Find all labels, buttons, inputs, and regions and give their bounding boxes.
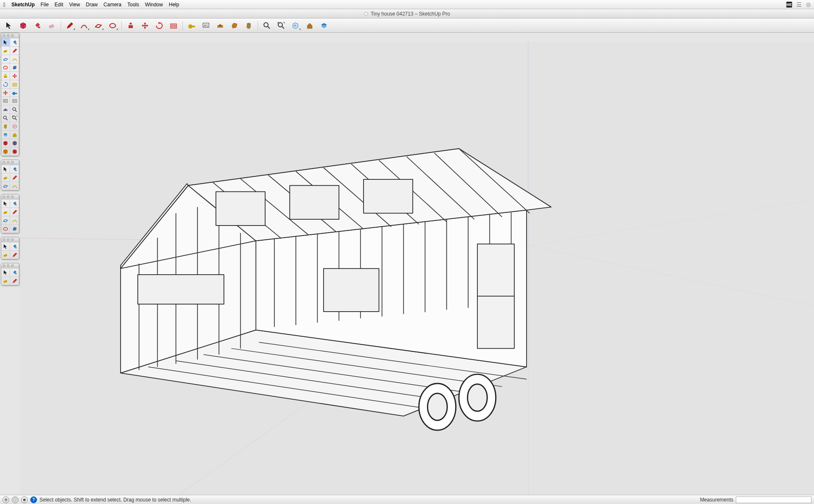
palette-tool[interactable] xyxy=(1,165,10,173)
palette-tool[interactable] xyxy=(10,208,19,216)
previous-view-tool[interactable]: ▼ xyxy=(289,20,302,31)
palette-tool[interactable] xyxy=(1,208,10,216)
palette-tool[interactable] xyxy=(10,165,19,173)
menu-draw[interactable]: Draw xyxy=(86,2,97,8)
layers-tool[interactable] xyxy=(318,20,330,31)
palette-tool[interactable] xyxy=(1,89,10,97)
palette-tool[interactable] xyxy=(1,72,10,80)
style-tool[interactable] xyxy=(303,20,316,31)
menu-view[interactable]: View xyxy=(69,2,80,8)
tape-measure-tool[interactable] xyxy=(185,20,198,31)
palette-close-icon[interactable] xyxy=(3,238,5,241)
palette-tool[interactable] xyxy=(1,268,10,277)
palette-tool[interactable] xyxy=(10,131,19,139)
pan-tool[interactable] xyxy=(242,20,255,31)
palette-tool[interactable] xyxy=(10,55,19,63)
arc-tool[interactable]: ▼ xyxy=(78,20,90,31)
eraser-tool[interactable] xyxy=(45,20,58,31)
palette-tool[interactable] xyxy=(1,147,10,156)
palette-tool[interactable] xyxy=(10,89,19,97)
palette-tool[interactable] xyxy=(1,55,10,63)
palette-tool[interactable] xyxy=(10,139,19,147)
palette-header[interactable] xyxy=(1,160,19,165)
line-tool[interactable]: ▼ xyxy=(63,20,76,31)
palette-zoom-icon[interactable] xyxy=(11,195,14,198)
palette-tool[interactable] xyxy=(10,200,19,208)
palette-tool[interactable] xyxy=(1,251,10,259)
make-component-tool[interactable] xyxy=(17,20,29,31)
app-name[interactable]: SketchUp xyxy=(11,2,34,8)
circle-tool[interactable]: ▼ xyxy=(106,20,119,31)
palette-tool[interactable]: A1 xyxy=(10,97,19,105)
palette-tool[interactable] xyxy=(10,277,19,285)
zoom-extents-tool[interactable] xyxy=(275,20,287,31)
menu-tools[interactable]: Tools xyxy=(127,2,139,8)
palette-tool[interactable] xyxy=(10,105,19,114)
palette-tool[interactable] xyxy=(1,47,10,55)
palette-zoom-icon[interactable] xyxy=(11,34,14,37)
palette-min-icon[interactable] xyxy=(7,238,10,241)
palette-header[interactable] xyxy=(1,237,19,242)
palette-solid-tools[interactable] xyxy=(1,160,19,191)
palette-close-icon[interactable] xyxy=(3,264,5,267)
palette-dynamic-components[interactable] xyxy=(1,237,19,260)
palette-sandbox[interactable] xyxy=(1,194,19,234)
menu-extra-badge-icon[interactable]: ME xyxy=(786,2,792,8)
palette-tool[interactable] xyxy=(10,182,19,190)
palette-min-icon[interactable] xyxy=(7,34,10,37)
palette-tool[interactable] xyxy=(10,80,19,89)
section-plane-tool[interactable] xyxy=(214,20,227,31)
palette-tool[interactable] xyxy=(1,225,10,233)
palette-large-tool-set[interactable]: A1A1 xyxy=(1,33,19,156)
rectangle-tool[interactable]: ▼ xyxy=(92,20,105,31)
palette-tool[interactable] xyxy=(10,216,19,225)
credits-icon[interactable]: ⓘ xyxy=(12,496,18,503)
palette-tool[interactable] xyxy=(10,242,19,251)
palette-tool[interactable] xyxy=(1,63,10,72)
geolocation-icon[interactable]: ⊕ xyxy=(3,496,9,503)
3d-viewport[interactable] xyxy=(20,42,814,495)
palette-tool[interactable]: A1 xyxy=(1,97,10,105)
palette-tool[interactable] xyxy=(1,216,10,225)
palette-close-icon[interactable] xyxy=(3,34,5,37)
palette-close-icon[interactable] xyxy=(3,195,5,198)
palette-min-icon[interactable] xyxy=(7,195,10,198)
document-proxy-icon[interactable] xyxy=(364,12,368,16)
palette-advanced-camera[interactable] xyxy=(1,263,19,286)
help-icon[interactable]: ? xyxy=(30,496,37,503)
palette-tool[interactable] xyxy=(1,242,10,251)
palette-zoom-icon[interactable] xyxy=(11,264,14,267)
palette-min-icon[interactable] xyxy=(7,264,10,267)
palette-tool[interactable] xyxy=(10,173,19,182)
palette-min-icon[interactable] xyxy=(7,161,10,164)
palette-tool[interactable] xyxy=(10,268,19,277)
palette-tool[interactable] xyxy=(10,122,19,131)
zoom-tool[interactable] xyxy=(261,20,273,31)
person-icon[interactable]: ☻ xyxy=(21,496,28,503)
push-pull-tool[interactable] xyxy=(124,20,137,31)
palette-close-icon[interactable] xyxy=(3,161,5,164)
paint-bucket-tool[interactable] xyxy=(31,20,44,31)
menu-edit[interactable]: Edit xyxy=(55,2,63,8)
palette-tool[interactable] xyxy=(10,225,19,233)
palette-tool[interactable] xyxy=(1,114,10,122)
move-tool[interactable] xyxy=(139,20,151,31)
palette-tool[interactable] xyxy=(1,80,10,89)
menu-file[interactable]: File xyxy=(40,2,48,8)
palette-tool[interactable] xyxy=(10,38,19,47)
palette-tool[interactable] xyxy=(10,63,19,72)
palette-tool[interactable] xyxy=(1,38,10,47)
select-tool[interactable] xyxy=(3,20,15,31)
palette-tool[interactable] xyxy=(10,251,19,259)
spotlight-icon[interactable]: ◎ xyxy=(806,1,811,8)
menu-camera[interactable]: Camera xyxy=(103,2,121,8)
palette-tool[interactable] xyxy=(10,72,19,80)
measurements-input[interactable] xyxy=(736,496,811,503)
palette-tool[interactable] xyxy=(1,122,10,131)
rotate-tool[interactable] xyxy=(153,20,166,31)
palette-zoom-icon[interactable] xyxy=(11,238,14,241)
text-tool[interactable]: A1 xyxy=(200,20,212,31)
apple-icon[interactable]:  xyxy=(3,1,5,8)
menu-help[interactable]: Help xyxy=(169,2,179,8)
palette-header[interactable] xyxy=(1,194,19,200)
